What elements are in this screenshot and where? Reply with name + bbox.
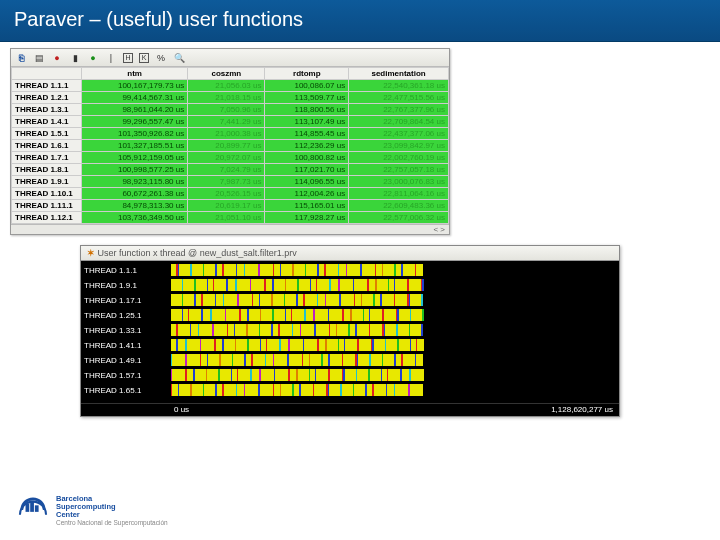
table-toolbar: ⎘ ▤ ● ▮ ● | H K % 🔍 (11, 49, 449, 67)
cell[interactable]: 23,099,842.97 us (349, 140, 449, 152)
search-icon[interactable]: 🔍 (173, 52, 185, 64)
pct-icon[interactable]: % (155, 52, 167, 64)
cell[interactable]: 22,577,006.32 us (349, 212, 449, 224)
cell[interactable]: 7,024.79 us (188, 164, 265, 176)
table-row: THREAD 1.8.1100,998,577.25 us7,024.79 us… (12, 164, 449, 176)
timeline-thread-label: THREAD 1.17.1 (84, 293, 168, 308)
stats-table-window: ⎘ ▤ ● ▮ ● | H K % 🔍 ntmcoszmnrdtompsedim… (10, 48, 450, 235)
h-box-icon[interactable]: H (123, 53, 133, 63)
col-sedimentation[interactable]: sedimentation (349, 68, 449, 80)
cell[interactable]: 117,928.27 us (265, 212, 349, 224)
cell[interactable]: 112,236.29 us (265, 140, 349, 152)
cell[interactable]: 98,923,115.80 us (82, 176, 188, 188)
timeline-canvas[interactable] (171, 261, 619, 403)
row-header[interactable]: THREAD 1.11.1 (12, 200, 82, 212)
cell[interactable]: 118,800.56 us (265, 104, 349, 116)
cell[interactable]: 114,855.45 us (265, 128, 349, 140)
cell[interactable]: 22,002,760.19 us (349, 152, 449, 164)
cell[interactable]: 101,327,185.51 us (82, 140, 188, 152)
cell[interactable]: 112,004.26 us (265, 188, 349, 200)
cell[interactable]: 21,056.03 us (188, 80, 265, 92)
col-ntm[interactable]: ntm (82, 68, 188, 80)
cell[interactable]: 99,414,567.31 us (82, 92, 188, 104)
k-box-icon[interactable]: K (139, 53, 149, 63)
row-header[interactable]: THREAD 1.9.1 (12, 176, 82, 188)
cell[interactable]: 113,509.77 us (265, 92, 349, 104)
cell[interactable]: 7,050.96 us (188, 104, 265, 116)
red-dot-icon[interactable]: ● (51, 52, 63, 64)
cell[interactable]: 22,477,515.56 us (349, 92, 449, 104)
cell[interactable]: 100,167,179.73 us (82, 80, 188, 92)
horizontal-scroll-hint[interactable]: < > (11, 224, 449, 234)
paraver-app-icon: ✶ (87, 248, 95, 258)
bsc-logo: Barcelona Supercomputing Center Centro N… (18, 495, 168, 526)
table-row: THREAD 1.3.198,961,044.20 us7,050.96 us1… (12, 104, 449, 116)
palette-icon[interactable]: ▤ (33, 52, 45, 64)
cell[interactable]: 84,978,313.30 us (82, 200, 188, 212)
table-row: THREAD 1.7.1105,912,159.05 us20,972.07 u… (12, 152, 449, 164)
cell[interactable]: 117,021.70 us (265, 164, 349, 176)
row-header[interactable]: THREAD 1.2.1 (12, 92, 82, 104)
bsc-logo-icon (18, 496, 48, 524)
cell[interactable]: 22,811,064.16 us (349, 188, 449, 200)
table-row: THREAD 1.2.199,414,567.31 us21,018.15 us… (12, 92, 449, 104)
cell[interactable]: 100,998,577.25 us (82, 164, 188, 176)
green-dot-icon[interactable]: ● (87, 52, 99, 64)
bsc-logo-text: Barcelona Supercomputing Center Centro N… (56, 495, 168, 526)
timeline-thread-label: THREAD 1.1.1 (84, 263, 168, 278)
cell[interactable]: 7,987.73 us (188, 176, 265, 188)
cell[interactable]: 21,000.38 us (188, 128, 265, 140)
col-coszmn[interactable]: coszmn (188, 68, 265, 80)
row-header[interactable]: THREAD 1.7.1 (12, 152, 82, 164)
cell[interactable]: 22,437,377.06 us (349, 128, 449, 140)
stats-table: ntmcoszmnrdtompsedimentation THREAD 1.1.… (11, 67, 449, 224)
table-row: THREAD 1.4.199,296,557.47 us7,441.29 us1… (12, 116, 449, 128)
row-header[interactable]: THREAD 1.10.1 (12, 188, 82, 200)
cell[interactable]: 22,757,057.18 us (349, 164, 449, 176)
cell[interactable]: 20,972.07 us (188, 152, 265, 164)
col-rdtomp[interactable]: rdtomp (265, 68, 349, 80)
bar-icon[interactable]: ▮ (69, 52, 81, 64)
cell[interactable]: 20,899.77 us (188, 140, 265, 152)
cell[interactable]: 60,672,261.38 us (82, 188, 188, 200)
cell[interactable]: 21,051.10 us (188, 212, 265, 224)
row-header[interactable]: THREAD 1.6.1 (12, 140, 82, 152)
col-rowhdr[interactable] (12, 68, 82, 80)
cell[interactable]: 23,000,076.83 us (349, 176, 449, 188)
timeline-thread-label: THREAD 1.57.1 (84, 368, 168, 383)
timeline-thread-label: THREAD 1.49.1 (84, 353, 168, 368)
cell[interactable]: 21,018.15 us (188, 92, 265, 104)
axis-end: 1,128,620,277 us (551, 405, 613, 414)
cell[interactable]: 20,526.15 us (188, 188, 265, 200)
row-header[interactable]: THREAD 1.1.1 (12, 80, 82, 92)
cell[interactable]: 22,767,377.96 us (349, 104, 449, 116)
cell[interactable]: 98,961,044.20 us (82, 104, 188, 116)
row-header[interactable]: THREAD 1.4.1 (12, 116, 82, 128)
axis-start: 0 us (174, 405, 189, 414)
cell[interactable]: 114,096.55 us (265, 176, 349, 188)
copy-icon[interactable]: ⎘ (15, 52, 27, 64)
svg-rect-2 (35, 506, 39, 513)
cell[interactable]: 113,107.49 us (265, 116, 349, 128)
cell[interactable]: 99,296,557.47 us (82, 116, 188, 128)
timeline-title: ✶ User function x thread @ new_dust_salt… (81, 246, 619, 261)
cell[interactable]: 7,441.29 us (188, 116, 265, 128)
cell[interactable]: 22,540,361.18 us (349, 80, 449, 92)
row-header[interactable]: THREAD 1.5.1 (12, 128, 82, 140)
table-row: THREAD 1.1.1100,167,179.73 us21,056.03 u… (12, 80, 449, 92)
cell[interactable]: 22,709,864.54 us (349, 116, 449, 128)
row-header[interactable]: THREAD 1.8.1 (12, 164, 82, 176)
row-header[interactable]: THREAD 1.12.1 (12, 212, 82, 224)
cell[interactable]: 100,800.82 us (265, 152, 349, 164)
cell[interactable]: 101,350,926.82 us (82, 128, 188, 140)
cell[interactable]: 20,619.17 us (188, 200, 265, 212)
cell[interactable]: 22,609,483.36 us (349, 200, 449, 212)
cell[interactable]: 103,736,349.50 us (82, 212, 188, 224)
table-row: THREAD 1.5.1101,350,926.82 us21,000.38 u… (12, 128, 449, 140)
cell[interactable]: 100,086.07 us (265, 80, 349, 92)
page-title: Paraver – (useful) user functions (0, 0, 720, 42)
cell[interactable]: 115,165.01 us (265, 200, 349, 212)
table-row: THREAD 1.12.1103,736,349.50 us21,051.10 … (12, 212, 449, 224)
cell[interactable]: 105,912,159.05 us (82, 152, 188, 164)
row-header[interactable]: THREAD 1.3.1 (12, 104, 82, 116)
